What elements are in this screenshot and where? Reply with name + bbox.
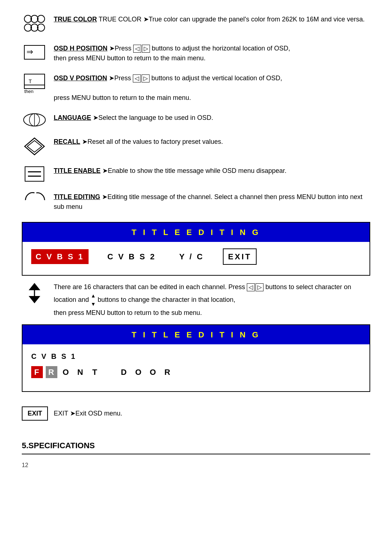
exit-channel-btn[interactable]: EXIT <box>223 248 257 265</box>
char-F: F <box>31 366 43 378</box>
title-editing-label: TITLE EDITING <box>54 193 100 200</box>
svg-text:then: then <box>24 89 33 93</box>
osd-h-position-text: OSD H POSITION ➤Press ◁ ▷ buttons to adj… <box>54 44 370 63</box>
osd-v-position-text: OSD V POSITION ➤Press ◁ ▷ buttons to adj… <box>54 73 370 103</box>
title-editing-section: TITLE EDITING ➤Editing title message of … <box>22 192 370 212</box>
title-editing-box2: T I T L E E D I T I N G C V B S 1 F R O … <box>22 324 370 392</box>
title-editing-box1: T I T L E E D I T I N G C V B S 1 C V B … <box>22 222 370 276</box>
spec-underline <box>22 454 370 454</box>
specifications-section: 5.SPECIFICATIONS <box>22 439 370 454</box>
cvbs1-btn[interactable]: C V B S 1 <box>31 249 89 264</box>
right-arrow3-icon: ▷ <box>256 283 264 291</box>
exit-box[interactable]: EXIT <box>22 406 48 421</box>
char-O2: O <box>133 366 144 378</box>
left-arrow2-icon: ◁ <box>133 74 141 82</box>
char-D: D <box>118 366 130 378</box>
true-color-section: TRUE COLOR TRUE COLOR ➤True color can up… <box>22 15 370 33</box>
svg-text:⇒: ⇒ <box>26 47 33 56</box>
page-number: 12 <box>22 461 370 470</box>
title-editing-body1: C V B S 1 C V B S 2 Y / C EXIT <box>23 242 369 275</box>
language-label: LANGUAGE <box>54 114 91 121</box>
char-R: R <box>46 366 57 378</box>
svg-rect-17 <box>25 167 44 181</box>
title-editing-header1: T I T L E E D I T I N G <box>23 223 369 242</box>
left-right-arrows3: ◁ ▷ <box>247 283 264 291</box>
osd-h-position-section: ⇒ OSD H POSITION ➤Press ◁ ▷ buttons to a… <box>22 44 370 63</box>
diamond-icon <box>22 137 47 156</box>
channel-row: C V B S 1 C V B S 2 Y / C EXIT <box>31 248 361 265</box>
up-down-arrows: ▲ ▼ <box>91 292 96 308</box>
lines-icon <box>22 166 47 182</box>
recall-label: RECALL <box>54 138 80 145</box>
title-editing-header2: T I T L E E D I T I N G <box>23 325 369 344</box>
svg-rect-8 <box>24 74 45 89</box>
monitor-t-icon: T then <box>22 73 47 93</box>
language-text: LANGUAGE ➤Select the language to be used… <box>54 113 370 123</box>
half-circle-icon <box>22 192 47 208</box>
osd-h-label: OSD H POSITION <box>54 45 107 52</box>
char-row: F R O N T D O O R <box>31 366 361 378</box>
recall-section: RECALL ➤Reset all of the values to facto… <box>22 137 370 156</box>
title-enable-text: TITLE ENABLE ➤Enable to show the title m… <box>54 166 370 176</box>
true-color-label: TRUE COLOR <box>54 16 97 23</box>
svg-marker-20 <box>29 283 40 290</box>
channel-label2: C V B S 1 <box>31 351 361 362</box>
right-arrow2-icon: ▷ <box>142 74 150 82</box>
right-arrow-icon: ▷ <box>142 45 150 53</box>
svg-marker-21 <box>29 296 40 303</box>
yc-btn[interactable]: Y / C <box>175 249 209 264</box>
title-enable-label: TITLE ENABLE <box>54 167 101 174</box>
updown-section: There are 16 characters that can be edit… <box>22 282 370 318</box>
oval-icon <box>22 113 47 127</box>
left-right-arrows: ◁ ▷ <box>133 45 150 53</box>
char-R2: R <box>162 366 173 378</box>
title-editing-body2: C V B S 1 F R O N T D O O R <box>23 344 369 391</box>
cvbs2-btn[interactable]: C V B S 2 <box>103 249 160 264</box>
language-section: LANGUAGE ➤Select the language to be used… <box>22 113 370 127</box>
spec-title: 5.SPECIFICATIONS <box>22 439 370 451</box>
monitor-arrow-icon: ⇒ <box>22 44 47 62</box>
updown-text: There are 16 characters that can be edit… <box>54 282 370 318</box>
updown-arrow-icon <box>22 282 47 304</box>
left-arrow-icon: ◁ <box>133 45 141 53</box>
recall-text: RECALL ➤Reset all of the values to facto… <box>54 137 370 147</box>
char-space <box>104 366 115 378</box>
svg-text:T: T <box>29 78 32 84</box>
title-editing-text: TITLE EDITING ➤Editing title message of … <box>54 192 370 212</box>
osd-v-label: OSD V POSITION <box>54 74 107 82</box>
title-enable-section: TITLE ENABLE ➤Enable to show the title m… <box>22 166 370 182</box>
exit-section: EXIT EXIT ➤Exit OSD menu. <box>22 406 122 421</box>
char-O1: O <box>60 366 72 378</box>
osd-v-position-section: T then OSD V POSITION ➤Press ◁ ▷ buttons… <box>22 73 370 103</box>
left-right-arrows2: ◁ ▷ <box>133 74 150 82</box>
left-arrow3-icon: ◁ <box>247 283 255 291</box>
true-color-text: TRUE COLOR TRUE COLOR ➤True color can up… <box>54 15 370 24</box>
char-O3: O <box>147 366 159 378</box>
char-N: N <box>75 366 86 378</box>
circles-icon <box>22 15 47 33</box>
char-T: T <box>89 366 101 378</box>
exit-text: EXIT ➤Exit OSD menu. <box>54 409 122 418</box>
